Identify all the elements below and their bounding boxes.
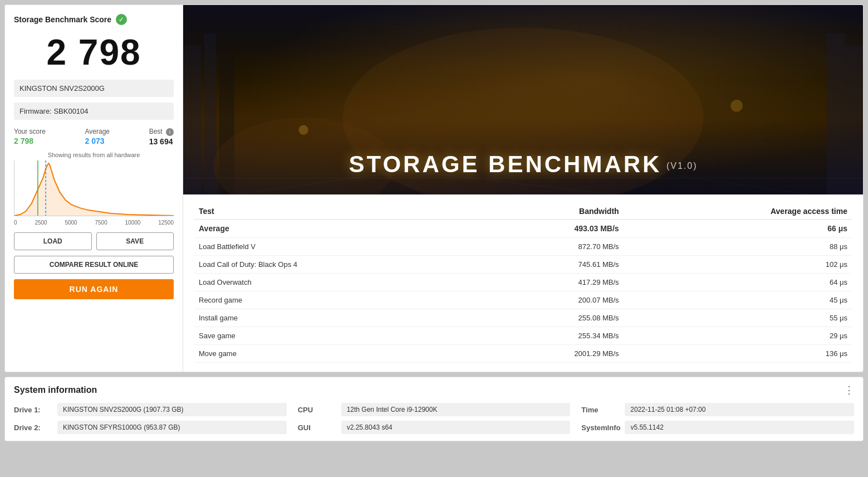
hero-version: (V1.0) [666, 161, 698, 171]
average-row: Average493.03 MB/s66 μs [194, 220, 852, 238]
bandwidth-value: 745.61 MB/s [480, 256, 623, 274]
load-save-buttons: LOAD SAVE [14, 232, 174, 250]
options-menu-icon[interactable]: ⋮ [844, 384, 854, 396]
xaxis-0: 0 [14, 220, 17, 226]
xaxis-2500: 2500 [35, 220, 47, 226]
col-test-header: Test [194, 203, 480, 220]
avg-score-label: Average [85, 128, 110, 135]
best-score-col: Best i 13 694 [149, 128, 174, 146]
sysinfo-label: SystemInfo [581, 424, 620, 432]
drive1-row: Drive 1: KINGSTON SNV2S2000G (1907.73 GB… [14, 403, 287, 416]
drives-column: Drive 1: KINGSTON SNV2S2000G (1907.73 GB… [14, 403, 287, 434]
gui-label: GUI [298, 424, 337, 432]
check-icon: ✓ [116, 14, 127, 25]
save-button[interactable]: SAVE [96, 232, 174, 250]
access-time-value: 66 μs [624, 220, 852, 238]
drive-name: KINGSTON SNV2S2000G [14, 80, 174, 97]
right-panel: STORAGE BENCHMARK (V1.0) Test Bandwidth … [183, 5, 863, 372]
best-score-value: 13 694 [149, 137, 173, 146]
bandwidth-value: 872.70 MB/s [480, 238, 623, 256]
access-time-value: 45 μs [624, 291, 852, 309]
table-row: Install game255.08 MB/s55 μs [194, 309, 852, 327]
cpu-label: CPU [298, 406, 337, 414]
hero-banner: STORAGE BENCHMARK (V1.0) [183, 5, 863, 194]
score-header: Storage Benchmark Score ✓ [14, 14, 174, 25]
access-time-value: 102 μs [624, 256, 852, 274]
results-table: Test Bandwidth Average access time Avera… [194, 203, 852, 363]
chart-area [14, 160, 174, 216]
svg-marker-0 [14, 163, 174, 216]
system-info-grid: Drive 1: KINGSTON SNV2S2000G (1907.73 GB… [14, 403, 854, 434]
test-name: Move game [194, 345, 480, 363]
xaxis-10000: 10000 [125, 220, 141, 226]
svg-rect-3 [183, 46, 201, 194]
access-time-value: 55 μs [624, 309, 852, 327]
access-time-value: 88 μs [624, 238, 852, 256]
system-info-title: System information [14, 385, 97, 395]
col-access-header: Average access time [624, 203, 852, 220]
compare-online-button[interactable]: COMPARE RESULT ONLINE [14, 256, 174, 274]
cpu-value: 12th Gen Intel Core i9-12900K [341, 403, 571, 416]
best-info-icon[interactable]: i [166, 128, 174, 136]
drive1-label: Drive 1: [14, 406, 53, 414]
time-label: Time [581, 406, 620, 414]
results-area: Test Bandwidth Average access time Avera… [183, 194, 863, 372]
load-button[interactable]: LOAD [14, 232, 92, 250]
svg-point-10 [298, 125, 308, 134]
time-value: 2022-11-25 01:08 +07:00 [625, 403, 854, 416]
access-time-value: 29 μs [624, 327, 852, 345]
time-column: Time 2022-11-25 01:08 +07:00 SystemInfo … [581, 403, 854, 434]
avg-score-value: 2 073 [85, 137, 105, 145]
your-score-value: 2 798 [14, 137, 33, 145]
drive2-row: Drive 2: KINGSTON SFYRS1000G (953.87 GB) [14, 421, 287, 434]
table-row: Record game200.07 MB/s45 μs [194, 291, 852, 309]
access-time-value: 64 μs [624, 274, 852, 291]
table-row: Load Call of Duty: Black Ops 4745.61 MB/… [194, 256, 852, 274]
best-score-label: Best i [149, 128, 174, 136]
table-row: Save game255.34 MB/s29 μs [194, 327, 852, 345]
svg-rect-6 [827, 33, 845, 194]
your-score-label: Your score [14, 128, 46, 135]
test-name: Load Battlefield V [194, 238, 480, 256]
test-name: Install game [194, 309, 480, 327]
chart-label: Showing results from all hardware [14, 152, 174, 158]
system-info-section: System information ⋮ Drive 1: KINGSTON S… [4, 377, 864, 441]
your-score-col: Your score 2 798 [14, 128, 46, 146]
system-info-header: System information ⋮ [14, 384, 854, 396]
run-again-button[interactable]: RUN AGAIN [14, 279, 174, 299]
left-panel: Storage Benchmark Score ✓ 2 798 KINGSTON… [5, 5, 183, 372]
test-name: Record game [194, 291, 480, 309]
score-title: Storage Benchmark Score [14, 15, 111, 24]
table-row: Move game2001.29 MB/s136 μs [194, 345, 852, 363]
chart-xaxis: 0 2500 5000 7500 10000 12500 [14, 218, 174, 227]
xaxis-7500: 7500 [95, 220, 107, 226]
drive2-label: Drive 2: [14, 424, 53, 432]
bandwidth-value: 200.07 MB/s [480, 291, 623, 309]
gui-row: GUI v2.25.8043 s64 [298, 421, 571, 434]
gui-value: v2.25.8043 s64 [341, 421, 571, 434]
cpu-row: CPU 12th Gen Intel Core i9-12900K [298, 403, 571, 416]
access-time-value: 136 μs [624, 345, 852, 363]
table-row: Load Overwatch417.29 MB/s64 μs [194, 274, 852, 291]
firmware-info: Firmware: SBK00104 [14, 103, 174, 120]
test-name: Load Overwatch [194, 274, 480, 291]
avg-score-col: Average 2 073 [85, 128, 110, 146]
xaxis-5000: 5000 [65, 220, 77, 226]
scores-comparison: Your score 2 798 Average 2 073 Best i 13… [14, 128, 174, 146]
sysinfo-row: SystemInfo v5.55.1142 [581, 421, 854, 434]
col-bandwidth-header: Bandwidth [480, 203, 623, 220]
bandwidth-value: 255.08 MB/s [480, 309, 623, 327]
drive2-value: KINGSTON SFYRS1000G (953.87 GB) [57, 421, 287, 434]
xaxis-12500: 12500 [158, 220, 174, 226]
bandwidth-value: 493.03 MB/s [480, 220, 623, 238]
drive1-value: KINGSTON SNV2S2000G (1907.73 GB) [57, 403, 287, 416]
bandwidth-value: 417.29 MB/s [480, 274, 623, 291]
test-name: Save game [194, 327, 480, 345]
table-header-row: Test Bandwidth Average access time [194, 203, 852, 220]
test-name: Average [194, 220, 480, 238]
test-name: Load Call of Duty: Black Ops 4 [194, 256, 480, 274]
distribution-chart: Showing results from all hardware 0 2500… [14, 152, 174, 227]
bandwidth-value: 255.34 MB/s [480, 327, 623, 345]
svg-rect-7 [845, 46, 863, 194]
hero-title: STORAGE BENCHMARK [349, 151, 662, 177]
